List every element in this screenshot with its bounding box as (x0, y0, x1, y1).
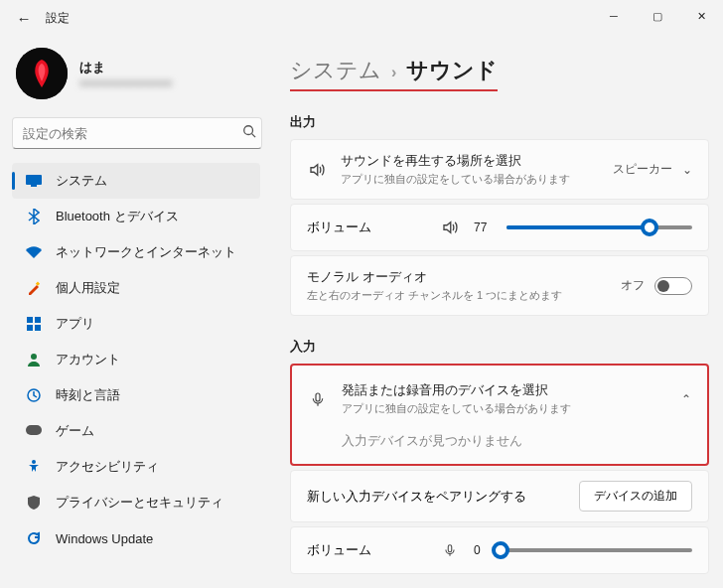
mic-icon-small[interactable] (440, 543, 460, 557)
add-device-button[interactable]: デバイスの追加 (579, 481, 692, 512)
sidebar-item-label: プライバシーとセキュリティ (56, 494, 223, 512)
svg-rect-5 (36, 282, 40, 286)
input-select-title: 発話または録音用のデバイスを選択 (342, 381, 667, 399)
svg-line-2 (252, 134, 256, 138)
breadcrumb: システム › サウンド (290, 56, 498, 91)
mono-sub: 左と右のオーディオ チャンネルを 1 つにまとめます (307, 288, 607, 303)
svg-rect-9 (35, 325, 41, 331)
svg-rect-6 (27, 317, 33, 323)
sidebar-item-label: 個人用設定 (56, 279, 120, 297)
mic-icon (308, 391, 328, 407)
output-device-value: スピーカー (613, 161, 672, 178)
sidebar-item-system[interactable]: システム (12, 163, 260, 199)
svg-rect-8 (27, 325, 33, 331)
mono-state: オフ (621, 277, 645, 294)
input-select-sub: アプリに独自の設定をしている場合があります (342, 401, 667, 416)
sidebar-item-label: システム (56, 172, 107, 190)
titlebar: ← 設定 ─ ▢ ✕ (0, 0, 723, 36)
svg-rect-12 (26, 425, 42, 435)
speaker-icon (307, 161, 327, 179)
sidebar-item-account[interactable]: アカウント (12, 342, 260, 377)
sidebar-item-label: Bluetooth とデバイス (56, 208, 179, 225)
breadcrumb-parent[interactable]: システム (290, 56, 381, 85)
breadcrumb-current: サウンド (406, 56, 498, 85)
svg-rect-14 (316, 393, 320, 401)
pair-text: 新しい入力デバイスをペアリングする (307, 488, 567, 506)
sidebar-item-personalize[interactable]: 個人用設定 (12, 270, 260, 306)
svg-point-13 (32, 460, 36, 464)
sidebar-item-wifi[interactable]: ネットワークとインターネット (12, 234, 260, 270)
sidebar-item-accessibility[interactable]: アクセシビリティ (12, 449, 260, 485)
svg-point-10 (31, 354, 37, 360)
svg-rect-3 (26, 175, 42, 185)
output-select-sub: アプリに独自の設定をしている場合があります (341, 172, 599, 187)
accessibility-icon (26, 459, 42, 475)
output-device-card[interactable]: サウンドを再生する場所を選択 アプリに独自の設定をしている場合があります スピー… (290, 139, 709, 200)
input-volume-card: ボリューム 0 (290, 526, 709, 574)
close-button[interactable]: ✕ (679, 0, 723, 32)
apps-icon (26, 316, 42, 332)
chevron-down-icon: ⌄ (682, 163, 692, 177)
avatar (16, 48, 68, 99)
sidebar-item-game[interactable]: ゲーム (12, 413, 260, 449)
chevron-up-icon: ⌃ (681, 392, 691, 406)
wifi-icon (26, 244, 42, 260)
volume-icon[interactable] (440, 219, 460, 236)
volume-label: ボリューム (307, 219, 426, 236)
sidebar-item-label: アクセシビリティ (56, 458, 159, 476)
sidebar-item-bluetooth[interactable]: Bluetooth とデバイス (12, 199, 260, 234)
output-select-title: サウンドを再生する場所を選択 (341, 152, 599, 170)
profile-email: xxxxxxxxxxxxxxxxx (79, 76, 173, 88)
time-icon (26, 387, 42, 403)
output-volume-card: ボリューム 77 (290, 204, 709, 251)
pair-device-row: 新しい入力デバイスをペアリングする デバイスの追加 (290, 470, 709, 522)
sidebar-item-time[interactable]: 時刻と言語 (12, 377, 260, 413)
mono-title: モノラル オーディオ (307, 268, 607, 286)
maximize-button[interactable]: ▢ (636, 0, 679, 32)
sidebar-item-label: ネットワークとインターネット (56, 243, 236, 261)
sidebar-item-label: ゲーム (56, 422, 94, 440)
volume-slider[interactable] (506, 219, 692, 236)
volume-value: 77 (474, 220, 487, 234)
input-not-found: 入力デバイスが見つかりません (292, 424, 707, 456)
system-icon (26, 173, 42, 189)
mono-audio-card[interactable]: モノラル オーディオ 左と右のオーディオ チャンネルを 1 つにまとめます オフ (290, 255, 709, 316)
game-icon (26, 423, 42, 439)
input-heading: 入力 (290, 338, 709, 356)
mono-toggle[interactable] (654, 277, 692, 295)
search-input[interactable] (12, 117, 262, 149)
sidebar-item-label: アカウント (56, 351, 120, 368)
sidebar-item-apps[interactable]: アプリ (12, 306, 260, 342)
svg-rect-16 (448, 545, 452, 552)
output-heading: 出力 (290, 113, 709, 131)
sidebar: はま xxxxxxxxxxxxxxxxx システムBluetooth とデバイス… (0, 36, 274, 588)
input-device-card[interactable]: 発話または録音用のデバイスを選択 アプリに独自の設定をしている場合があります ⌃… (290, 364, 709, 466)
personalize-icon (26, 280, 42, 296)
window-title: 設定 (46, 10, 70, 27)
search-box (12, 117, 268, 149)
sidebar-item-label: Windows Update (56, 531, 153, 546)
sidebar-item-label: アプリ (56, 315, 94, 333)
input-volume-value: 0 (474, 543, 481, 557)
bluetooth-icon (26, 209, 42, 224)
svg-point-1 (244, 126, 253, 135)
sidebar-item-label: 時刻と言語 (56, 386, 120, 404)
svg-rect-7 (35, 317, 41, 323)
main-content: システム › サウンド 出力 サウンドを再生する場所を選択 アプリに独自の設定を… (274, 36, 723, 588)
search-icon (242, 124, 256, 141)
back-button[interactable]: ← (8, 10, 40, 27)
input-volume-label: ボリューム (307, 541, 426, 559)
svg-rect-4 (31, 185, 37, 187)
profile-block[interactable]: はま xxxxxxxxxxxxxxxxx (16, 48, 268, 99)
sidebar-item-update[interactable]: Windows Update (12, 520, 260, 556)
account-icon (26, 352, 42, 368)
sidebar-item-privacy[interactable]: プライバシーとセキュリティ (12, 485, 260, 520)
privacy-icon (26, 495, 42, 511)
profile-name: はま (79, 59, 173, 76)
breadcrumb-sep: › (391, 64, 396, 81)
input-volume-slider[interactable] (501, 541, 692, 559)
update-icon (26, 530, 42, 546)
minimize-button[interactable]: ─ (592, 0, 636, 32)
